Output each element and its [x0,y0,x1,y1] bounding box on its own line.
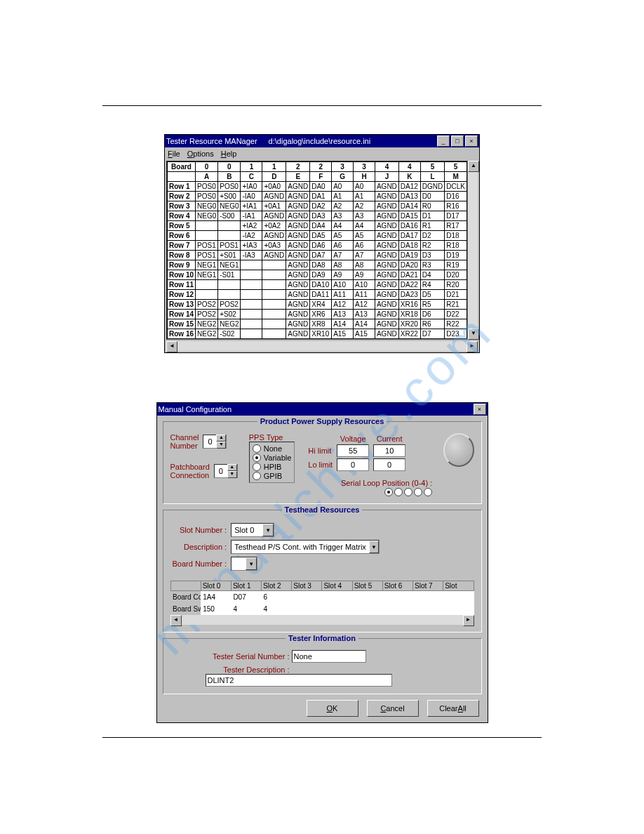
grid-cell[interactable] [241,329,262,339]
grid-cell[interactable]: DA21 [398,270,420,280]
grid-cell[interactable]: D20 [445,270,467,280]
grid-cell[interactable]: DA13 [398,192,420,201]
maximize-button[interactable]: □ [451,135,464,147]
grid-cell[interactable]: Row 3 [168,201,196,211]
grid-cell[interactable]: AGND [286,201,310,211]
grid-cell[interactable]: DA2 [310,201,332,211]
dropdown-icon[interactable]: ▼ [246,557,257,570]
hi-current-field[interactable]: 10 [373,444,405,457]
grid-cell[interactable]: Row 9 [168,260,196,270]
jog-dial[interactable] [443,433,474,467]
grid-cell[interactable]: D18 [445,231,467,241]
grid-header-cell[interactable]: G [332,172,354,182]
grid-cell[interactable]: AGND [286,251,310,260]
pps-type-radio-hpib[interactable]: HPIB [253,463,292,471]
serial-number-field[interactable]: None [292,650,366,663]
grid-cell[interactable]: A10 [354,280,375,290]
scroll-left-icon[interactable]: ◄ [166,341,177,352]
grid-cell[interactable]: Row 12 [168,290,196,300]
grid-cell[interactable]: AGND [286,260,310,270]
grid-cell[interactable]: +0A0 [262,182,286,192]
grid-header-cell[interactable]: F [310,172,332,182]
grid-cell[interactable]: D16 [445,192,467,201]
grid-header-cell[interactable]: 1 [262,162,286,172]
grid-cell[interactable]: NEG1 [218,260,241,270]
grid-cell[interactable]: R18 [445,241,467,251]
grid-cell[interactable]: R2 [420,241,444,251]
grid-cell[interactable]: POS0 [218,182,241,192]
grid-header-cell[interactable]: 0 [218,162,241,172]
grid-cell[interactable]: AGND [375,319,398,329]
grid-cell[interactable]: AGND [375,211,398,221]
grid-cell[interactable]: AGND [375,201,398,211]
grid-cell[interactable] [196,290,218,300]
grid-cell[interactable]: +IA2 [241,221,262,231]
grid-cell[interactable]: XR16 [398,300,420,310]
grid-cell[interactable]: NEG0 [196,201,218,211]
grid-cell[interactable]: AGND [375,310,398,319]
grid-cell[interactable] [241,290,262,300]
slot-cell[interactable]: 4 [262,603,292,615]
slot-cell[interactable] [413,591,443,604]
slot-cell[interactable]: 4 [231,603,261,615]
grid-cell[interactable]: +0A1 [262,201,286,211]
grid-cell[interactable]: -S00 [218,211,241,221]
loop-radio-1[interactable] [394,488,403,496]
grid-cell[interactable]: A7 [332,251,354,260]
grid-cell[interactable]: AGND [286,319,310,329]
grid-cell[interactable]: Row 10 [168,270,196,280]
grid-cell[interactable]: D19 [445,251,467,260]
scroll-left-icon[interactable]: ◄ [170,615,182,626]
grid-cell[interactable]: D22 [445,310,467,319]
close-button[interactable]: × [474,404,486,415]
grid-cell[interactable]: +0A3 [262,241,286,251]
grid-cell[interactable]: AGND [375,329,398,339]
grid-cell[interactable]: A6 [354,241,375,251]
grid-cell[interactable] [241,300,262,310]
scroll-right-icon[interactable]: ► [463,615,474,626]
grid-cell[interactable]: Row 1 [168,182,196,192]
grid-cell[interactable]: A15 [332,329,354,339]
grid-cell[interactable]: DA3 [310,211,332,221]
slot-cell[interactable] [382,591,412,604]
grid-cell[interactable]: AGND [375,192,398,201]
grid-header-cell[interactable]: 3 [354,162,375,172]
grid-cell[interactable]: DA23 [398,290,420,300]
grid-cell[interactable]: A0 [332,182,354,192]
grid-cell[interactable]: DA12 [398,182,420,192]
horizontal-scrollbar[interactable]: ◄ ► [166,341,478,351]
grid-cell[interactable]: R20 [445,280,467,290]
grid-cell[interactable]: AGND [375,182,398,192]
grid-header-cell[interactable]: 5 [445,162,467,172]
grid-cell[interactable]: POS1 [218,241,241,251]
grid-cell[interactable]: DA17 [398,231,420,241]
grid-cell[interactable] [241,260,262,270]
grid-cell[interactable]: XR18 [398,310,420,319]
grid-cell[interactable]: D0 [420,192,444,201]
grid-cell[interactable]: AGND [286,290,310,300]
loop-radio-3[interactable] [414,488,422,496]
grid-cell[interactable] [262,290,286,300]
grid-cell[interactable]: +S00 [218,192,241,201]
grid-cell[interactable]: Row 5 [168,221,196,231]
grid-cell[interactable]: -IA3 [241,251,262,260]
patchboard-spinner[interactable]: 0▲▼ [214,464,238,478]
spin-up-icon[interactable]: ▲ [216,435,226,442]
grid-cell[interactable]: A3 [354,211,375,221]
ok-button[interactable]: OK [307,700,358,717]
grid-cell[interactable]: A2 [332,201,354,211]
grid-cell[interactable]: +IA3 [241,241,262,251]
grid-cell[interactable]: A14 [332,319,354,329]
grid-cell[interactable]: AGND [286,192,310,201]
grid-cell[interactable]: A11 [332,290,354,300]
grid-cell[interactable]: AGND [286,221,310,231]
hi-voltage-field[interactable]: 55 [337,444,369,457]
grid-cell[interactable]: D4 [420,270,444,280]
scroll-up-icon[interactable]: ▲ [468,161,479,172]
grid-cell[interactable]: Row 4 [168,211,196,221]
grid-cell[interactable]: DA16 [398,221,420,231]
grid-cell[interactable]: -IA0 [241,192,262,201]
grid-cell[interactable] [218,231,241,241]
grid-cell[interactable]: A12 [354,300,375,310]
grid-cell[interactable] [241,319,262,329]
